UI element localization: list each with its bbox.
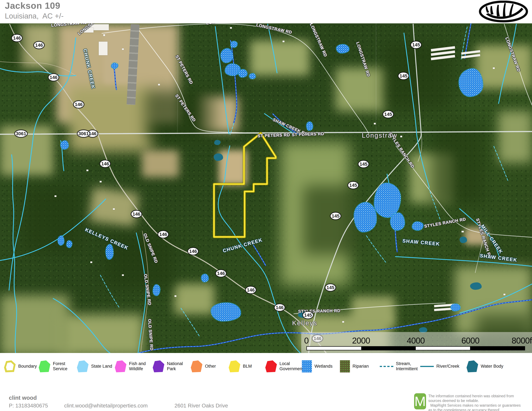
boundary-swatch-inner	[6, 362, 14, 370]
scale-label: 8000ft	[512, 336, 532, 346]
legend-label: Other	[205, 364, 216, 369]
parcel-swatch-icon	[115, 360, 126, 372]
highway-shield: 146	[131, 210, 142, 218]
legend-item-water: Water Body	[466, 359, 503, 374]
legend-label: Riparian	[352, 364, 369, 369]
intermittent-stream-icon	[380, 366, 393, 367]
highway-shield: 146	[73, 100, 84, 108]
legend-item-riparian: Riparian	[340, 359, 369, 374]
legend-item-state: State Land	[77, 359, 112, 374]
parcel-swatch-icon	[77, 360, 88, 372]
highway-shield: 145	[358, 160, 369, 168]
map-report-page: Jackson 109 Louisiana, AC +/- LONGSTRAW …	[0, 0, 532, 411]
legend-item-wetlands: Wetlands	[302, 359, 332, 374]
town-label: Longstraw	[362, 132, 398, 139]
legend-item-local: Local Government	[265, 359, 304, 374]
legend-label: Local Government	[279, 361, 304, 372]
highway-shield: 145	[382, 110, 394, 118]
highway-shield: 145	[410, 41, 422, 49]
highway-shield: 146	[99, 160, 111, 168]
legend-item-national: National Park	[153, 359, 183, 374]
highway-shield: 145	[330, 212, 341, 220]
agent-address: 2601 River Oaks Drive	[174, 403, 228, 409]
highway-shield: 146	[245, 286, 256, 294]
highway-shield: 146	[187, 247, 199, 255]
highway-shield: 146	[158, 230, 169, 238]
legend-label: Fish and Wildlife	[129, 361, 146, 372]
legend-label: Boundary	[18, 364, 37, 369]
legend-item-other: Other	[191, 359, 216, 374]
scale-label: 4000	[407, 336, 425, 346]
legend-label: Water Body	[481, 364, 503, 369]
boundary-swatch-icon	[4, 360, 16, 372]
disclaimer-text: The information contained herein was obt…	[428, 394, 532, 411]
wetlands-swatch-icon	[302, 360, 312, 373]
satellite-map: LONGSTRAW RDLONGSTRAW RDLONGSTRAW RDLONG…	[0, 23, 532, 353]
legend-item-river: River/Creek	[420, 359, 459, 374]
scale-label: 2000	[352, 336, 370, 346]
legend-item-forest: Forest Service	[39, 359, 67, 374]
scale-label: 0	[304, 336, 309, 346]
parcel-swatch-icon	[191, 360, 202, 372]
scalebar	[306, 346, 525, 350]
legend-item-boundary: Boundary	[4, 359, 37, 374]
riparian-swatch-icon	[340, 360, 350, 373]
agent-email: clint.wood@whitetailproperties.com	[64, 403, 148, 409]
highway-shield: 146	[48, 73, 59, 81]
highway-shield: 145	[348, 181, 359, 189]
river-creek-icon	[420, 366, 434, 367]
parcel-swatch-icon	[39, 360, 50, 372]
agent-phone: P: 13183480675	[9, 403, 48, 409]
highway-shield: 145	[325, 283, 336, 291]
highway-shield: 145	[398, 72, 409, 80]
legend-label: State Land	[91, 364, 112, 369]
legend-item-fish: Fish and Wildlife	[115, 359, 146, 374]
whitetail-antler-logo-icon	[477, 1, 530, 23]
legend-item-stream: Stream, Intermittent	[380, 359, 418, 374]
page-title: Jackson 109	[5, 0, 60, 11]
highway-shield: 3061	[14, 130, 28, 138]
legend-label: Forest Service	[53, 361, 67, 372]
boundary-layer	[0, 23, 532, 353]
highway-shield: 146	[215, 269, 227, 277]
page-subtitle: Louisiana, AC +/-	[5, 12, 64, 20]
legend-label: BLM	[243, 364, 252, 369]
legend-label: River/Creek	[436, 364, 459, 369]
parcel-swatch-icon	[265, 360, 277, 372]
highway-shield: 146	[274, 303, 285, 312]
highway-shield: 145	[302, 311, 314, 319]
highway-shield: 146	[33, 41, 45, 49]
agent-name: clint wood	[9, 394, 37, 401]
highway-shield: 146	[11, 34, 23, 42]
highway-shield: 3061	[77, 130, 90, 138]
legend-label: Stream, Intermittent	[396, 361, 418, 372]
parcel-swatch-icon	[229, 360, 240, 372]
legend-item-blm: BLM	[229, 359, 252, 374]
map-legend: BoundaryForest ServiceState LandFish and…	[0, 353, 532, 393]
parcel-swatch-icon	[153, 360, 164, 372]
town-label: Kelleys	[292, 319, 318, 327]
legend-label: National Park	[167, 361, 183, 372]
legend-label: Wetlands	[314, 364, 332, 369]
mapright-logo: M	[414, 393, 426, 409]
water-body-swatch-icon	[466, 360, 478, 372]
scale-label: 6000	[461, 336, 479, 346]
